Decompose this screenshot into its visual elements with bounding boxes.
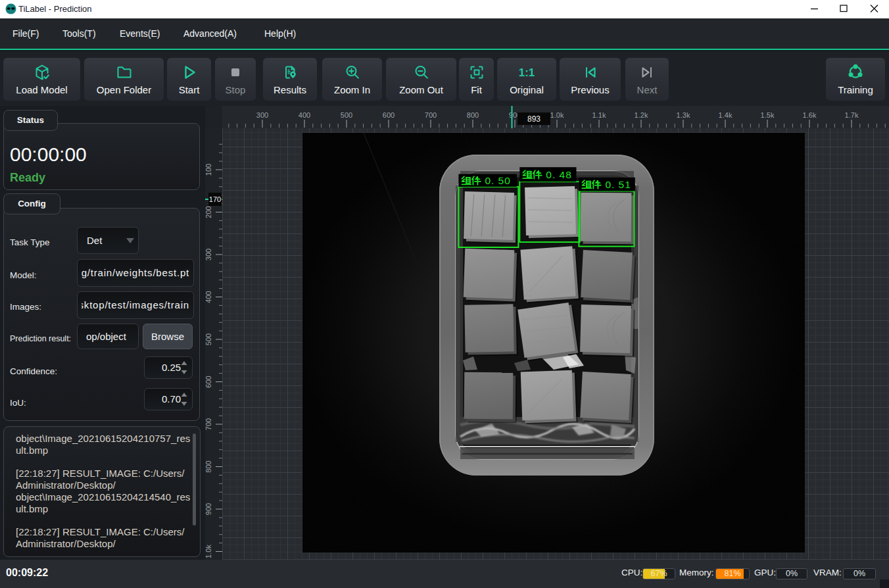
svg-text:100: 100 bbox=[205, 164, 212, 176]
svg-text:893: 893 bbox=[527, 114, 541, 124]
svg-text:500: 500 bbox=[205, 333, 212, 345]
svg-text:700: 700 bbox=[205, 418, 212, 430]
svg-text:400: 400 bbox=[205, 291, 212, 303]
svg-text:0. 51: 0. 51 bbox=[605, 179, 631, 190]
svg-text:700: 700 bbox=[425, 111, 437, 119]
svg-text:1.6k: 1.6k bbox=[803, 111, 817, 119]
svg-text:600: 600 bbox=[383, 111, 395, 119]
svg-text:1.0k: 1.0k bbox=[205, 545, 212, 558]
svg-text:0. 50: 0. 50 bbox=[485, 175, 510, 186]
svg-text:600: 600 bbox=[205, 376, 212, 387]
svg-text:900: 900 bbox=[205, 503, 212, 515]
svg-text:200: 200 bbox=[205, 206, 212, 218]
svg-text:300: 300 bbox=[205, 249, 212, 260]
svg-text:1:1: 1:1 bbox=[519, 66, 535, 79]
svg-text:1.7k: 1.7k bbox=[845, 111, 859, 119]
svg-text:1.2k: 1.2k bbox=[635, 111, 648, 119]
svg-text:1.1k: 1.1k bbox=[592, 111, 606, 119]
svg-text:1.5k: 1.5k bbox=[761, 111, 775, 119]
svg-text:170: 170 bbox=[209, 195, 221, 203]
svg-text:800: 800 bbox=[205, 460, 212, 472]
svg-text:400: 400 bbox=[299, 111, 310, 119]
svg-text:0. 48: 0. 48 bbox=[546, 169, 571, 180]
svg-text:500: 500 bbox=[341, 111, 352, 119]
svg-text:300: 300 bbox=[256, 111, 268, 119]
svg-text:1.0k: 1.0k bbox=[550, 111, 564, 119]
svg-text:1.3k: 1.3k bbox=[677, 111, 690, 119]
svg-text:1.4k: 1.4k bbox=[719, 111, 733, 119]
svg-text:800: 800 bbox=[467, 111, 479, 119]
